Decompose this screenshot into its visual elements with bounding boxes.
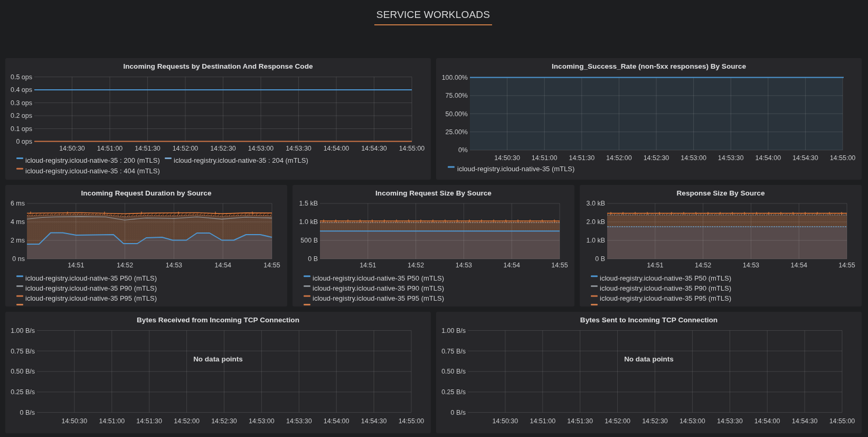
svg-text:0 B/s: 0 B/s bbox=[20, 409, 35, 416]
svg-text:100.00%: 100.00% bbox=[442, 74, 468, 81]
svg-text:14:50:30: 14:50:30 bbox=[493, 417, 518, 425]
svg-text:No data points: No data points bbox=[193, 355, 243, 363]
svg-text:14:52: 14:52 bbox=[695, 262, 711, 269]
svg-text:1.0 kB: 1.0 kB bbox=[299, 218, 318, 226]
svg-text:icloud-registry.icloud-native-: icloud-registry.icloud-native-35 : 404 (… bbox=[25, 167, 160, 175]
svg-text:14:54:30: 14:54:30 bbox=[792, 154, 818, 162]
svg-text:6 ms: 6 ms bbox=[11, 200, 25, 207]
svg-text:14:54:00: 14:54:00 bbox=[754, 417, 780, 425]
svg-text:14:55: 14:55 bbox=[263, 262, 280, 269]
svg-text:14:55:00: 14:55:00 bbox=[399, 417, 424, 425]
svg-text:14:53: 14:53 bbox=[166, 262, 182, 269]
svg-text:icloud-registry.icloud-native-: icloud-registry.icloud-native-35 : 204 (… bbox=[174, 156, 308, 164]
svg-text:14:55:00: 14:55:00 bbox=[829, 417, 855, 425]
svg-text:1.00 B/s: 1.00 B/s bbox=[441, 327, 466, 334]
svg-text:icloud-registry.icloud-native-: icloud-registry.icloud-native-35 (mTLS) bbox=[457, 165, 574, 173]
svg-text:14:52:00: 14:52:00 bbox=[605, 417, 630, 425]
svg-text:icloud-registry.icloud-native-: icloud-registry.icloud-native-35 P95 (mT… bbox=[25, 294, 157, 302]
svg-text:14:51:00: 14:51:00 bbox=[532, 154, 558, 162]
svg-text:2.0 kB: 2.0 kB bbox=[587, 218, 605, 226]
svg-text:icloud-registry.icloud-native-: icloud-registry.icloud-native-35 P50 (mT… bbox=[313, 274, 444, 282]
svg-text:14:54:30: 14:54:30 bbox=[361, 417, 387, 425]
svg-text:14:50:30: 14:50:30 bbox=[62, 417, 88, 425]
svg-text:0 B: 0 B bbox=[595, 255, 605, 263]
svg-text:icloud-registry.icloud-native-: icloud-registry.icloud-native-35 P95 (mT… bbox=[600, 294, 731, 302]
svg-text:14:52:30: 14:52:30 bbox=[642, 417, 668, 425]
svg-text:14:52:30: 14:52:30 bbox=[644, 154, 669, 162]
svg-text:14:51:00: 14:51:00 bbox=[530, 417, 555, 425]
svg-text:1.0 kB: 1.0 kB bbox=[587, 237, 605, 244]
svg-text:14:51: 14:51 bbox=[68, 262, 84, 269]
svg-text:14:51:00: 14:51:00 bbox=[97, 145, 123, 152]
svg-text:Bytes Received from Incoming T: Bytes Received from Incoming TCP Connect… bbox=[137, 316, 299, 324]
svg-text:14:54: 14:54 bbox=[791, 262, 807, 269]
svg-text:0.1 ops: 0.1 ops bbox=[11, 125, 32, 133]
svg-text:14:52:30: 14:52:30 bbox=[211, 417, 237, 425]
svg-text:14:51:30: 14:51:30 bbox=[569, 154, 595, 162]
svg-text:25.00%: 25.00% bbox=[446, 128, 468, 136]
svg-text:icloud-registry.icloud-native-: icloud-registry.icloud-native-35 P90 (mT… bbox=[600, 284, 731, 292]
svg-text:14:54: 14:54 bbox=[215, 262, 231, 269]
svg-text:50.00%: 50.00% bbox=[446, 110, 468, 118]
svg-text:14:51: 14:51 bbox=[647, 262, 663, 269]
svg-text:0 B/s: 0 B/s bbox=[451, 409, 466, 416]
svg-text:14:52: 14:52 bbox=[117, 262, 133, 269]
svg-text:14:50:30: 14:50:30 bbox=[494, 154, 520, 162]
svg-text:0%: 0% bbox=[458, 146, 468, 154]
svg-text:icloud-registry.icloud-native-: icloud-registry.icloud-native-35 : 200 (… bbox=[25, 156, 160, 164]
svg-text:Response Size By Source: Response Size By Source bbox=[677, 189, 765, 197]
svg-text:14:51:30: 14:51:30 bbox=[136, 417, 162, 425]
svg-text:14:51:00: 14:51:00 bbox=[99, 417, 125, 425]
svg-text:14:51: 14:51 bbox=[360, 262, 376, 269]
svg-text:14:53: 14:53 bbox=[743, 262, 759, 269]
svg-text:14:53:00: 14:53:00 bbox=[681, 154, 706, 162]
svg-text:Incoming Request Duration by S: Incoming Request Duration by Source bbox=[81, 189, 212, 197]
svg-text:500 B: 500 B bbox=[300, 237, 318, 244]
svg-text:0.75 B/s: 0.75 B/s bbox=[441, 348, 466, 355]
svg-text:14:55: 14:55 bbox=[838, 262, 855, 269]
svg-text:2 ms: 2 ms bbox=[11, 237, 25, 244]
svg-text:icloud-registry.icloud-native-: icloud-registry.icloud-native-35 P90 (mT… bbox=[25, 284, 157, 292]
svg-text:Incoming Request Size By Sourc: Incoming Request Size By Source bbox=[375, 189, 492, 197]
svg-text:0.50 B/s: 0.50 B/s bbox=[441, 368, 466, 375]
svg-text:14:53: 14:53 bbox=[456, 262, 472, 269]
svg-text:14:54: 14:54 bbox=[504, 262, 520, 269]
svg-text:14:53:00: 14:53:00 bbox=[248, 145, 274, 152]
svg-text:14:55:00: 14:55:00 bbox=[399, 145, 425, 152]
svg-text:icloud-registry.icloud-native-: icloud-registry.icloud-native-35 P50 (mT… bbox=[25, 274, 157, 282]
svg-text:3.0 kB: 3.0 kB bbox=[587, 200, 605, 207]
svg-text:14:53:00: 14:53:00 bbox=[680, 417, 705, 425]
svg-text:0 B: 0 B bbox=[308, 255, 318, 263]
svg-text:0.25 B/s: 0.25 B/s bbox=[11, 388, 35, 396]
svg-text:14:54:30: 14:54:30 bbox=[361, 145, 387, 152]
svg-text:0.2 ops: 0.2 ops bbox=[11, 112, 32, 119]
svg-text:0.5 ops: 0.5 ops bbox=[11, 73, 32, 81]
svg-text:14:54:00: 14:54:00 bbox=[755, 154, 781, 162]
svg-text:14:53:30: 14:53:30 bbox=[718, 154, 744, 162]
svg-text:0.4 ops: 0.4 ops bbox=[11, 86, 32, 94]
svg-text:Incoming Requests by Destinati: Incoming Requests by Destination And Res… bbox=[123, 62, 313, 70]
svg-text:icloud-registry.icloud-native-: icloud-registry.icloud-native-35 P90 (mT… bbox=[313, 284, 444, 292]
svg-text:14:52:00: 14:52:00 bbox=[606, 154, 632, 162]
svg-text:14:52: 14:52 bbox=[408, 262, 424, 269]
svg-text:0.75 B/s: 0.75 B/s bbox=[11, 348, 35, 355]
svg-text:14:54:00: 14:54:00 bbox=[324, 417, 350, 425]
svg-text:75.00%: 75.00% bbox=[446, 92, 468, 99]
svg-text:14:53:30: 14:53:30 bbox=[286, 145, 312, 152]
svg-text:4 ms: 4 ms bbox=[11, 218, 25, 226]
svg-text:14:51:30: 14:51:30 bbox=[567, 417, 593, 425]
svg-text:No data points: No data points bbox=[624, 355, 674, 363]
svg-text:14:54:00: 14:54:00 bbox=[324, 145, 350, 152]
svg-text:0.3 ops: 0.3 ops bbox=[11, 99, 32, 107]
svg-text:14:50:30: 14:50:30 bbox=[59, 145, 85, 152]
svg-text:1.5 kB: 1.5 kB bbox=[299, 200, 318, 207]
svg-text:14:54:30: 14:54:30 bbox=[792, 417, 818, 425]
svg-text:icloud-registry.icloud-native-: icloud-registry.icloud-native-35 P95 (mT… bbox=[313, 294, 444, 302]
svg-text:0 ns: 0 ns bbox=[12, 255, 25, 263]
svg-text:0 ops: 0 ops bbox=[16, 138, 32, 145]
svg-text:Incoming_Success_Rate (non-5xx: Incoming_Success_Rate (non-5xx responses… bbox=[552, 62, 746, 70]
svg-text:0.25 B/s: 0.25 B/s bbox=[441, 388, 466, 396]
svg-text:14:53:00: 14:53:00 bbox=[249, 417, 275, 425]
svg-text:14:55:00: 14:55:00 bbox=[830, 154, 856, 162]
svg-text:icloud-registry.icloud-native-: icloud-registry.icloud-native-35 P50 (mT… bbox=[600, 274, 731, 282]
